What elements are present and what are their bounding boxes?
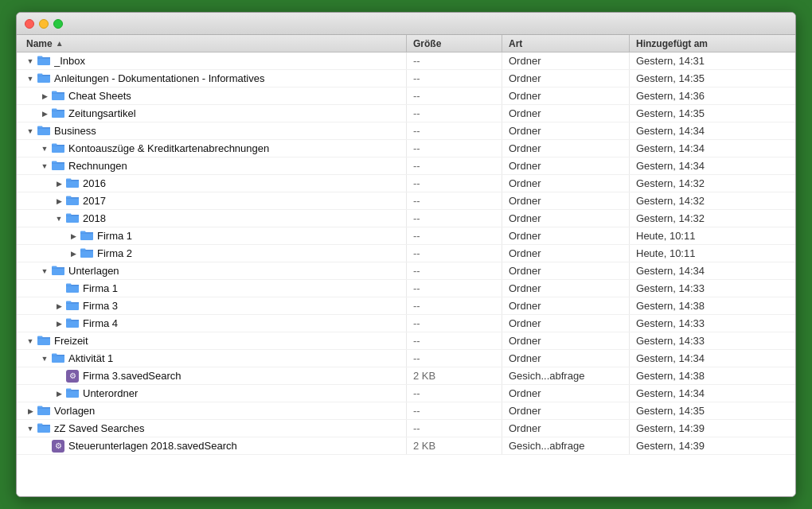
saved-search-icon: ⚙: [52, 440, 64, 453]
svg-rect-5: [37, 73, 43, 76]
folder-icon: [66, 317, 81, 330]
list-item[interactable]: ⚙ Firma 3.savedSearch 2 KB Gesich...abfr…: [17, 367, 795, 385]
cell-name: Kontoauszüge & Kreditkartenabrechnungen: [17, 140, 407, 157]
disclosure-toggle[interactable]: [53, 196, 64, 207]
item-label: Firma 3: [83, 300, 118, 312]
list-item[interactable]: ⚙ Steuerunterlagen 2018.savedSearch 2 KB…: [17, 437, 795, 455]
minimize-button[interactable]: [39, 19, 49, 29]
zoom-button[interactable]: [53, 19, 63, 29]
cell-date: Gestern, 14:35: [630, 105, 795, 122]
disclosure-toggle[interactable]: [53, 388, 64, 399]
folder-icon: [66, 387, 81, 400]
disclosure-toggle[interactable]: [25, 56, 36, 67]
list-item[interactable]: Zeitungsartikel -- Ordner Gestern, 14:35: [17, 105, 795, 122]
list-item[interactable]: Freizeit -- Ordner Gestern, 14:33: [17, 332, 795, 350]
cell-date: Gestern, 14:39: [630, 437, 795, 454]
cell-size: --: [407, 192, 502, 209]
cell-type: Gesich...abfrage: [502, 437, 630, 454]
col-header-type[interactable]: Art: [502, 35, 630, 52]
disclosure-toggle[interactable]: [25, 73, 36, 84]
disclosure-toggle[interactable]: [39, 353, 50, 364]
item-label: Freizeit: [54, 335, 88, 347]
cell-date: Gestern, 14:36: [630, 87, 795, 104]
disclosure-toggle[interactable]: [53, 213, 64, 224]
list-item[interactable]: Rechnungen -- Ordner Gestern, 14:34: [17, 157, 795, 175]
col-header-date[interactable]: Hinzugefügt am: [630, 35, 795, 52]
cell-name: Unterlagen: [17, 262, 407, 279]
cell-date: Gestern, 14:33: [630, 280, 795, 297]
finder-window: Name ▲ Größe Art Hinzugefügt am _Inbox -…: [16, 12, 796, 497]
cell-date: Gestern, 14:38: [630, 367, 795, 384]
list-item[interactable]: Firma 1 -- Ordner Heute, 10:11: [17, 227, 795, 245]
cell-name: Business: [17, 122, 407, 139]
disclosure-toggle[interactable]: [25, 423, 36, 434]
cell-size: 2 KB: [407, 437, 502, 454]
list-item[interactable]: Anleitungen - Dokumentationen - Informat…: [17, 70, 795, 87]
cell-date: Gestern, 14:33: [630, 315, 795, 332]
list-item[interactable]: Unterlagen -- Ordner Gestern, 14:34: [17, 262, 795, 280]
disclosure-toggle[interactable]: [39, 143, 50, 154]
disclosure-toggle[interactable]: [39, 91, 50, 102]
cell-type: Ordner: [502, 385, 630, 402]
cell-name: Cheat Sheets: [17, 87, 407, 104]
cell-type: Ordner: [502, 227, 630, 244]
list-item[interactable]: Business -- Ordner Gestern, 14:34: [17, 122, 795, 140]
disclosure-toggle[interactable]: [68, 248, 79, 259]
folder-icon: [52, 265, 67, 278]
cell-date: Gestern, 14:35: [630, 70, 795, 87]
list-item[interactable]: Aktivität 1 -- Ordner Gestern, 14:34: [17, 350, 795, 367]
cell-type: Ordner: [502, 140, 630, 157]
cell-size: --: [407, 280, 502, 297]
cell-type: Ordner: [502, 175, 630, 192]
cell-name: Aktivität 1: [17, 350, 407, 367]
list-item[interactable]: Firma 4 -- Ordner Gestern, 14:33: [17, 315, 795, 332]
cell-name: 2016: [17, 175, 407, 192]
col-header-name[interactable]: Name ▲: [17, 35, 407, 52]
list-item[interactable]: 2017 -- Ordner Gestern, 14:32: [17, 192, 795, 210]
folder-icon: [52, 352, 67, 365]
cell-type: Gesich...abfrage: [502, 367, 630, 384]
cell-date: Gestern, 14:32: [630, 192, 795, 209]
svg-rect-41: [66, 283, 72, 286]
folder-icon: [37, 335, 53, 348]
item-label: Anleitungen - Dokumentationen - Informat…: [54, 72, 264, 84]
disclosure-toggle[interactable]: [53, 178, 64, 189]
list-item[interactable]: 2016 -- Ordner Gestern, 14:32: [17, 175, 795, 192]
title-bar: [17, 13, 795, 35]
disclosure-toggle[interactable]: [39, 161, 50, 172]
list-item[interactable]: Unterordner -- Ordner Gestern, 14:34: [17, 385, 795, 402]
list-item[interactable]: Kontoauszüge & Kreditkartenabrechnungen …: [17, 140, 795, 157]
disclosure-toggle[interactable]: [25, 336, 36, 347]
disclosure-toggle[interactable]: [68, 231, 79, 242]
cell-size: --: [407, 105, 502, 122]
cell-name: ⚙ Firma 3.savedSearch: [17, 367, 407, 384]
item-label: Cheat Sheets: [68, 90, 131, 102]
close-button[interactable]: [25, 19, 34, 29]
list-item[interactable]: Firma 2 -- Ordner Heute, 10:11: [17, 245, 795, 262]
cell-name: Zeitungsartikel: [17, 105, 407, 122]
cell-size: --: [407, 87, 502, 104]
list-item[interactable]: Vorlagen -- Ordner Gestern, 14:35: [17, 402, 795, 420]
cell-type: Ordner: [502, 192, 630, 209]
disclosure-toggle[interactable]: [53, 301, 64, 312]
list-item[interactable]: Firma 1 -- Ordner Gestern, 14:33: [17, 280, 795, 297]
cell-size: --: [407, 140, 502, 157]
disclosure-toggle[interactable]: [25, 126, 36, 137]
list-item[interactable]: Firma 3 -- Ordner Gestern, 14:38: [17, 297, 795, 315]
svg-rect-11: [52, 108, 57, 111]
disclosure-toggle[interactable]: [25, 406, 36, 417]
list-item[interactable]: 2018 -- Ordner Gestern, 14:32: [17, 210, 795, 227]
col-type-label: Art: [509, 38, 522, 49]
disclosure-toggle[interactable]: [39, 266, 50, 277]
col-header-size[interactable]: Größe: [407, 35, 502, 52]
disclosure-toggle[interactable]: [53, 318, 64, 329]
cell-type: Ordner: [502, 122, 630, 139]
cell-type: Ordner: [502, 52, 630, 69]
cell-name: 2017: [17, 192, 407, 209]
svg-rect-29: [66, 213, 72, 216]
disclosure-toggle[interactable]: [39, 108, 50, 119]
folder-icon: [52, 107, 67, 120]
list-item[interactable]: zZ Saved Searches -- Ordner Gestern, 14:…: [17, 420, 795, 437]
list-item[interactable]: Cheat Sheets -- Ordner Gestern, 14:36: [17, 87, 795, 105]
list-item[interactable]: _Inbox -- Ordner Gestern, 14:31: [17, 52, 795, 70]
